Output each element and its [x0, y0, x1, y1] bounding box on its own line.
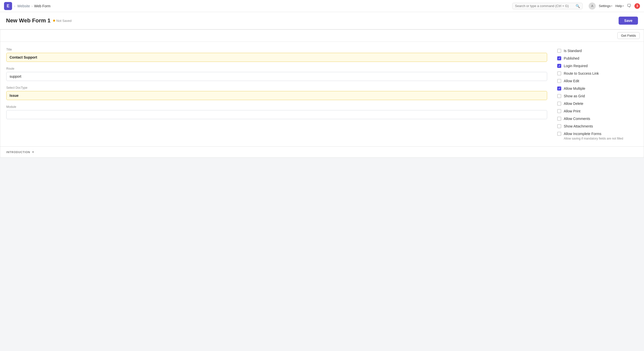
route-label: Route	[6, 67, 547, 70]
help-menu[interactable]: Help ▾	[615, 4, 624, 8]
settings-menu[interactable]: Settings ▾	[599, 4, 612, 8]
notification-badge: 3	[634, 3, 640, 9]
checkbox-show_as_grid[interactable]	[557, 94, 561, 98]
checkbox-label-route_to_success_link: Route to Success Link	[564, 71, 599, 75]
search-bar[interactable]: 🔍	[512, 3, 583, 9]
checkbox-row-show_attachments[interactable]: Show Attachments	[557, 124, 638, 128]
checkbox-row-show_as_grid[interactable]: Show as Grid	[557, 94, 638, 98]
checkbox-login_required[interactable]	[557, 64, 561, 68]
checkbox-label-published: Published	[564, 56, 579, 60]
page-title-area: New Web Form 1 Not Saved	[6, 17, 72, 24]
module-field-group: Module	[6, 105, 547, 119]
search-input[interactable]	[515, 4, 574, 8]
breadcrumb-sep-1: ›	[14, 4, 15, 8]
page-header: New Web Form 1 Not Saved Save	[0, 12, 644, 29]
checkbox-label-allow_delete: Allow Delete	[564, 102, 583, 106]
form-left: Title Route Select DocType Module	[6, 48, 547, 140]
breadcrumb: Website › Web Form	[17, 4, 51, 8]
checkbox-row-allow_incomplete_forms[interactable]: Allow Incomplete Forms	[557, 132, 638, 136]
form-panel-header: Get Fields	[0, 30, 644, 42]
checkbox-label-allow_incomplete_forms: Allow Incomplete Forms	[564, 132, 601, 136]
checkbox-allow_incomplete_forms[interactable]	[557, 132, 561, 136]
title-field-group: Title	[6, 48, 547, 62]
checkbox-label-show_as_grid: Show as Grid	[564, 94, 585, 98]
checkbox-allow_delete[interactable]	[557, 102, 561, 106]
allow-incomplete-sublabel: Allow saving if mandatory fields are not…	[557, 137, 638, 140]
settings-chevron-icon: ▾	[611, 5, 612, 7]
doctype-field-group: Select DocType	[6, 86, 547, 100]
checkbox-row-allow_print[interactable]: Allow Print	[557, 109, 638, 113]
checkbox-is_standard[interactable]	[557, 49, 561, 53]
help-chevron-icon: ▾	[623, 5, 624, 7]
checkbox-published[interactable]	[557, 56, 561, 60]
form-right: Is StandardPublishedLogin RequiredRoute …	[557, 48, 638, 140]
get-fields-button[interactable]: Get Fields	[617, 32, 640, 39]
nav-right: A Settings ▾ Help ▾ 🗨 3	[589, 3, 640, 10]
module-label: Module	[6, 105, 547, 109]
status-badge: Not Saved	[53, 19, 72, 23]
status-dot	[53, 20, 55, 22]
checkbox-allow_print[interactable]	[557, 109, 561, 113]
route-input[interactable]	[6, 72, 547, 81]
checkbox-row-allow_multiple[interactable]: Allow Multiple	[557, 86, 638, 91]
avatar: A	[589, 3, 596, 10]
checkbox-row-login_required[interactable]: Login Required	[557, 64, 638, 68]
breadcrumb-webform[interactable]: Web Form	[34, 4, 51, 8]
app-icon: E	[4, 2, 12, 10]
introduction-section[interactable]: INTRODUCTION ▾	[0, 147, 644, 158]
checkbox-allow_edit[interactable]	[557, 79, 561, 83]
title-input[interactable]	[6, 53, 547, 62]
save-button[interactable]: Save	[619, 17, 638, 25]
checkbox-row-route_to_success_link[interactable]: Route to Success Link	[557, 71, 638, 75]
checkbox-row-allow_delete[interactable]: Allow Delete	[557, 102, 638, 106]
notification-icon[interactable]: 🗨	[627, 3, 631, 9]
checkbox-label-login_required: Login Required	[564, 64, 588, 68]
breadcrumb-website[interactable]: Website	[17, 4, 30, 8]
status-text: Not Saved	[56, 19, 72, 23]
checkbox-label-is_standard: Is Standard	[564, 49, 582, 53]
checkbox-row-allow_comments[interactable]: Allow Comments	[557, 117, 638, 121]
top-nav: E › Website › Web Form 🔍 A Settings ▾ He…	[0, 0, 644, 12]
module-input[interactable]	[6, 110, 547, 119]
doctype-label: Select DocType	[6, 86, 547, 90]
search-icon: 🔍	[576, 4, 580, 8]
checkbox-show_attachments[interactable]	[557, 124, 561, 128]
introduction-label: INTRODUCTION	[6, 151, 30, 154]
page-title: New Web Form 1	[6, 17, 51, 24]
checkbox-row-is_standard[interactable]: Is Standard	[557, 49, 638, 53]
breadcrumb-sep-2: ›	[31, 4, 33, 8]
checkbox-label-allow_multiple: Allow Multiple	[564, 86, 585, 91]
checkbox-route_to_success_link[interactable]	[557, 71, 561, 75]
introduction-chevron-icon: ▾	[32, 150, 34, 154]
route-field-group: Route	[6, 67, 547, 81]
checkbox-label-show_attachments: Show Attachments	[564, 124, 593, 128]
checkbox-allow_comments[interactable]	[557, 117, 561, 121]
checkbox-allow_multiple[interactable]	[557, 86, 561, 91]
checkbox-row-allow_edit[interactable]: Allow Edit	[557, 79, 638, 83]
form-panel: Get Fields Title Route Select DocType Mo…	[0, 29, 644, 147]
checkbox-label-allow_edit: Allow Edit	[564, 79, 579, 83]
checkbox-label-allow_comments: Allow Comments	[564, 117, 590, 121]
title-label: Title	[6, 48, 547, 51]
doctype-input[interactable]	[6, 91, 547, 100]
checkbox-row-published[interactable]: Published	[557, 56, 638, 60]
checkbox-label-allow_print: Allow Print	[564, 109, 580, 113]
form-body: Title Route Select DocType Module Is Sta…	[0, 42, 644, 146]
